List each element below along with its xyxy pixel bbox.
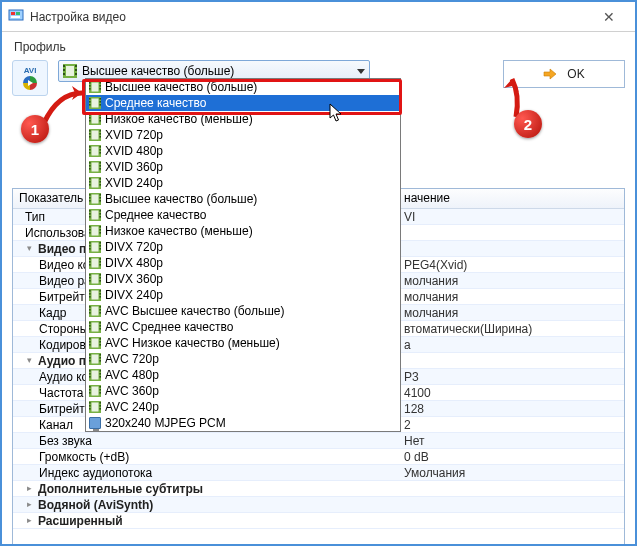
grid-row-label: Расширенный [38,514,123,528]
grid-row-value[interactable]: P3 [398,370,624,384]
svg-rect-29 [92,115,99,124]
dropdown-item[interactable]: AVC 720p [86,351,400,367]
svg-rect-91 [99,232,101,234]
svg-rect-161 [99,370,101,372]
dropdown-item[interactable]: DIVX 240p [86,287,400,303]
svg-rect-149 [92,355,99,364]
dropdown-item[interactable]: XVID 240p [86,175,400,191]
grid-row-value[interactable]: PEG4(Xvid) [398,258,624,272]
film-icon [89,337,101,349]
grid-row-value[interactable]: 0 dB [398,450,624,464]
dropdown-item[interactable]: Высшее качество (больше) [86,79,400,95]
grid-row-label: Канал [39,418,73,432]
collapse-icon[interactable]: ▾ [25,244,34,253]
arrow-right-icon [543,67,557,81]
ok-button[interactable]: OK [503,60,625,88]
svg-rect-79 [89,213,91,215]
grid-row-value[interactable]: молчания [398,306,624,320]
svg-rect-169 [99,386,101,388]
svg-rect-142 [89,338,91,340]
dropdown-item[interactable]: 320x240 MJPEG PCM [86,415,400,431]
grid-row-value[interactable]: 2 [398,418,624,432]
grid-row-value[interactable]: молчания [398,290,624,304]
grid-row-value[interactable]: Нет [398,434,624,448]
expand-icon[interactable]: ▸ [25,500,34,509]
svg-rect-10 [75,69,77,71]
svg-rect-32 [89,120,91,122]
grid-row-label: Без звука [39,434,92,448]
svg-rect-157 [92,371,99,380]
svg-rect-153 [99,354,101,356]
expand-icon[interactable]: ▸ [25,484,34,493]
dropdown-item[interactable]: Среднее качество [86,95,400,111]
grid-row[interactable]: Громкость (+dB)0 dB [13,449,624,465]
dropdown-item-label: XVID 720p [105,128,163,142]
svg-rect-115 [99,280,101,282]
dropdown-item-label: Среднее качество [105,96,206,110]
svg-rect-145 [99,338,101,340]
profile-selected-text: Высшее качество (больше) [82,64,234,78]
film-icon [89,289,101,301]
grid-row-label: Частота [39,386,83,400]
svg-rect-117 [92,291,99,300]
svg-rect-114 [99,277,101,279]
dropdown-item[interactable]: AVC Высшее качество (больше) [86,303,400,319]
grid-row-value[interactable]: VI [398,210,624,224]
svg-rect-128 [89,312,91,314]
svg-rect-96 [89,248,91,250]
grid-row-label: Дополнительные субтитры [38,482,203,496]
film-icon [89,225,101,237]
grid-row-label: Кадр [39,306,66,320]
grid-section-row[interactable]: ▸Водяной (AviSynth) [13,497,624,513]
dropdown-item[interactable]: Высшее качество (больше) [86,191,400,207]
dropdown-item[interactable]: AVC 360p [86,383,400,399]
svg-rect-134 [89,322,91,324]
grid-row-value[interactable]: 4100 [398,386,624,400]
profile-dropdown-list[interactable]: Высшее качество (больше)Среднее качество… [85,78,401,432]
dropdown-item[interactable]: AVC 480p [86,367,400,383]
dropdown-item-label: AVC Среднее качество [105,320,233,334]
svg-rect-177 [99,402,101,404]
grid-row-value[interactable]: молчания [398,274,624,288]
dropdown-item[interactable]: DIVX 480p [86,255,400,271]
dropdown-item-label: DIVX 720p [105,240,163,254]
grid-row-value[interactable]: 128 [398,402,624,416]
dropdown-item[interactable]: AVC Среднее качество [86,319,400,335]
dropdown-item[interactable]: DIVX 360p [86,271,400,287]
dropdown-item[interactable]: DIVX 720p [86,239,400,255]
svg-rect-25 [99,98,101,100]
grid-row-value[interactable]: втоматически(Ширина) [398,322,624,336]
dropdown-item[interactable]: AVC 240p [86,399,400,415]
dropdown-item[interactable]: Среднее качество [86,207,400,223]
svg-rect-106 [99,261,101,263]
grid-row[interactable]: Индекс аудиопотокаУмолчания [13,465,624,481]
dropdown-item-label: 320x240 MJPEG PCM [105,416,226,430]
dropdown-item[interactable]: Низкое качество (меньше) [86,111,400,127]
dropdown-item[interactable]: XVID 480p [86,143,400,159]
grid-section-row[interactable]: ▸Расширенный [13,513,624,529]
collapse-icon[interactable]: ▾ [25,356,34,365]
grid-section-row[interactable]: ▸Дополнительные субтитры [13,481,624,497]
expand-icon[interactable]: ▸ [25,516,34,525]
grid-row-label: Стороны [39,322,88,336]
dropdown-item[interactable]: Низкое качество (меньше) [86,223,400,239]
dropdown-item[interactable]: AVC Низкое качество (меньше) [86,335,400,351]
close-button[interactable]: ✕ [589,2,629,32]
svg-rect-109 [92,275,99,284]
svg-rect-178 [99,405,101,407]
film-icon [63,64,77,78]
svg-rect-99 [99,248,101,250]
svg-rect-69 [92,195,99,204]
profile-label: Профиль [14,40,625,54]
svg-rect-63 [89,181,91,183]
svg-rect-1 [11,12,15,15]
film-icon [89,97,101,109]
dropdown-item[interactable]: XVID 720p [86,127,400,143]
grid-row[interactable]: Без звукаНет [13,433,624,449]
film-icon [89,113,101,125]
dropdown-item-label: XVID 480p [105,144,163,158]
grid-row-value[interactable]: Умолчания [398,466,624,480]
svg-rect-139 [99,328,101,330]
dropdown-item[interactable]: XVID 360p [86,159,400,175]
grid-row-value[interactable]: а [398,338,624,352]
